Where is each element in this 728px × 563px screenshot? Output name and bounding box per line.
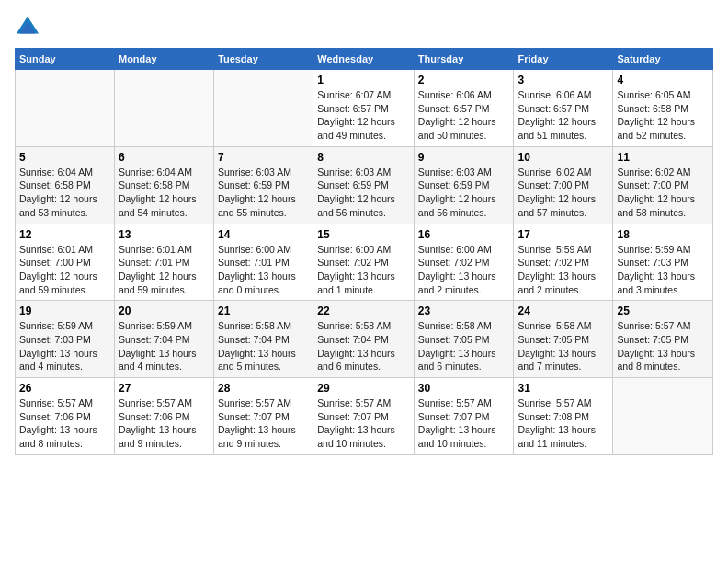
day-number: 26 xyxy=(19,382,110,395)
header-cell-tuesday: Tuesday xyxy=(214,49,313,70)
calendar-cell: 20Sunrise: 5:59 AM Sunset: 7:04 PM Dayli… xyxy=(114,301,213,378)
calendar-cell: 18Sunrise: 5:59 AM Sunset: 7:03 PM Dayli… xyxy=(613,224,713,301)
day-number: 1 xyxy=(317,74,410,86)
calendar-cell: 24Sunrise: 5:58 AM Sunset: 7:05 PM Dayli… xyxy=(514,301,613,378)
day-number: 4 xyxy=(617,74,709,86)
day-info: Sunrise: 5:58 AM Sunset: 7:05 PM Dayligh… xyxy=(418,319,510,373)
logo xyxy=(15,15,44,40)
calendar-cell: 2Sunrise: 6:06 AM Sunset: 6:57 PM Daylig… xyxy=(414,70,514,147)
week-row-4: 26Sunrise: 5:57 AM Sunset: 7:06 PM Dayli… xyxy=(16,378,713,455)
day-info: Sunrise: 6:04 AM Sunset: 6:58 PM Dayligh… xyxy=(19,166,110,220)
day-info: Sunrise: 5:57 AM Sunset: 7:07 PM Dayligh… xyxy=(418,396,510,451)
calendar-cell xyxy=(613,378,713,455)
calendar-cell: 31Sunrise: 5:57 AM Sunset: 7:08 PM Dayli… xyxy=(514,378,613,455)
calendar-cell: 27Sunrise: 5:57 AM Sunset: 7:06 PM Dayli… xyxy=(114,378,213,455)
day-number: 9 xyxy=(418,151,510,164)
day-number: 24 xyxy=(518,304,609,317)
calendar-cell: 11Sunrise: 6:02 AM Sunset: 7:00 PM Dayli… xyxy=(613,146,713,224)
day-number: 15 xyxy=(317,228,410,241)
day-info: Sunrise: 5:59 AM Sunset: 7:04 PM Dayligh… xyxy=(119,319,210,373)
calendar-body: 1Sunrise: 6:07 AM Sunset: 6:57 PM Daylig… xyxy=(16,70,713,455)
day-info: Sunrise: 6:00 AM Sunset: 7:01 PM Dayligh… xyxy=(218,243,309,297)
day-info: Sunrise: 6:07 AM Sunset: 6:57 PM Dayligh… xyxy=(317,88,410,143)
day-number: 29 xyxy=(317,382,410,395)
day-number: 18 xyxy=(617,228,709,241)
calendar-cell: 15Sunrise: 6:00 AM Sunset: 7:02 PM Dayli… xyxy=(313,224,415,301)
logo-icon xyxy=(15,15,40,40)
calendar-cell: 5Sunrise: 6:04 AM Sunset: 6:58 PM Daylig… xyxy=(16,146,115,224)
calendar-cell: 17Sunrise: 5:59 AM Sunset: 7:02 PM Dayli… xyxy=(514,224,613,301)
day-info: Sunrise: 6:03 AM Sunset: 6:59 PM Dayligh… xyxy=(418,166,510,220)
calendar-table: SundayMondayTuesdayWednesdayThursdayFrid… xyxy=(15,48,713,455)
calendar-cell: 21Sunrise: 5:58 AM Sunset: 7:04 PM Dayli… xyxy=(214,301,313,378)
day-number: 30 xyxy=(418,382,510,395)
day-number: 21 xyxy=(218,304,309,317)
day-number: 5 xyxy=(19,151,110,164)
day-info: Sunrise: 5:59 AM Sunset: 7:03 PM Dayligh… xyxy=(19,319,110,373)
calendar-cell: 22Sunrise: 5:58 AM Sunset: 7:04 PM Dayli… xyxy=(313,301,415,378)
day-info: Sunrise: 6:02 AM Sunset: 7:00 PM Dayligh… xyxy=(617,166,709,220)
day-info: Sunrise: 6:02 AM Sunset: 7:00 PM Dayligh… xyxy=(518,166,609,220)
day-number: 17 xyxy=(518,228,609,241)
calendar-cell: 14Sunrise: 6:00 AM Sunset: 7:01 PM Dayli… xyxy=(214,224,313,301)
calendar-cell: 16Sunrise: 6:00 AM Sunset: 7:02 PM Dayli… xyxy=(414,224,514,301)
day-number: 16 xyxy=(418,228,510,241)
day-number: 2 xyxy=(418,74,510,86)
day-number: 8 xyxy=(317,151,410,164)
day-info: Sunrise: 6:05 AM Sunset: 6:58 PM Dayligh… xyxy=(617,88,709,143)
calendar-cell: 30Sunrise: 5:57 AM Sunset: 7:07 PM Dayli… xyxy=(414,378,514,455)
day-info: Sunrise: 6:03 AM Sunset: 6:59 PM Dayligh… xyxy=(218,166,309,220)
calendar-cell xyxy=(16,70,115,147)
week-row-0: 1Sunrise: 6:07 AM Sunset: 6:57 PM Daylig… xyxy=(16,70,713,147)
calendar-cell: 25Sunrise: 5:57 AM Sunset: 7:05 PM Dayli… xyxy=(613,301,713,378)
day-number: 14 xyxy=(218,228,309,241)
day-number: 10 xyxy=(518,151,609,164)
page-header xyxy=(15,15,713,40)
day-info: Sunrise: 6:00 AM Sunset: 7:02 PM Dayligh… xyxy=(317,243,410,297)
calendar-cell: 12Sunrise: 6:01 AM Sunset: 7:00 PM Dayli… xyxy=(16,224,115,301)
day-info: Sunrise: 5:57 AM Sunset: 7:08 PM Dayligh… xyxy=(518,396,609,451)
day-info: Sunrise: 6:03 AM Sunset: 6:59 PM Dayligh… xyxy=(317,166,410,220)
header-cell-sunday: Sunday xyxy=(16,49,115,70)
calendar-header: SundayMondayTuesdayWednesdayThursdayFrid… xyxy=(16,49,713,70)
day-number: 6 xyxy=(119,151,210,164)
day-info: Sunrise: 5:57 AM Sunset: 7:07 PM Dayligh… xyxy=(218,396,309,451)
day-info: Sunrise: 5:58 AM Sunset: 7:04 PM Dayligh… xyxy=(317,319,410,373)
calendar-cell: 6Sunrise: 6:04 AM Sunset: 6:58 PM Daylig… xyxy=(114,146,213,224)
day-number: 31 xyxy=(518,382,609,395)
day-info: Sunrise: 6:00 AM Sunset: 7:02 PM Dayligh… xyxy=(418,243,510,297)
day-info: Sunrise: 5:59 AM Sunset: 7:02 PM Dayligh… xyxy=(518,243,609,297)
calendar-cell: 19Sunrise: 5:59 AM Sunset: 7:03 PM Dayli… xyxy=(16,301,115,378)
header-row: SundayMondayTuesdayWednesdayThursdayFrid… xyxy=(16,49,713,70)
calendar-cell xyxy=(114,70,213,147)
day-info: Sunrise: 6:06 AM Sunset: 6:57 PM Dayligh… xyxy=(418,88,510,143)
day-number: 11 xyxy=(617,151,709,164)
calendar-cell: 9Sunrise: 6:03 AM Sunset: 6:59 PM Daylig… xyxy=(414,146,514,224)
calendar-cell: 29Sunrise: 5:57 AM Sunset: 7:07 PM Dayli… xyxy=(313,378,415,455)
week-row-1: 5Sunrise: 6:04 AM Sunset: 6:58 PM Daylig… xyxy=(16,146,713,224)
day-info: Sunrise: 5:58 AM Sunset: 7:04 PM Dayligh… xyxy=(218,319,309,373)
day-info: Sunrise: 5:58 AM Sunset: 7:05 PM Dayligh… xyxy=(518,319,609,373)
header-cell-friday: Friday xyxy=(514,49,613,70)
calendar-cell: 3Sunrise: 6:06 AM Sunset: 6:57 PM Daylig… xyxy=(514,70,613,147)
calendar-cell: 28Sunrise: 5:57 AM Sunset: 7:07 PM Dayli… xyxy=(214,378,313,455)
day-number: 20 xyxy=(119,304,210,317)
calendar-cell: 7Sunrise: 6:03 AM Sunset: 6:59 PM Daylig… xyxy=(214,146,313,224)
day-number: 23 xyxy=(418,304,510,317)
day-number: 13 xyxy=(119,228,210,241)
week-row-2: 12Sunrise: 6:01 AM Sunset: 7:00 PM Dayli… xyxy=(16,224,713,301)
calendar-cell: 26Sunrise: 5:57 AM Sunset: 7:06 PM Dayli… xyxy=(16,378,115,455)
day-info: Sunrise: 5:57 AM Sunset: 7:05 PM Dayligh… xyxy=(617,319,709,373)
day-number: 19 xyxy=(19,304,110,317)
calendar-cell: 13Sunrise: 6:01 AM Sunset: 7:01 PM Dayli… xyxy=(114,224,213,301)
calendar-cell: 1Sunrise: 6:07 AM Sunset: 6:57 PM Daylig… xyxy=(313,70,415,147)
day-info: Sunrise: 5:57 AM Sunset: 7:07 PM Dayligh… xyxy=(317,396,410,451)
header-cell-saturday: Saturday xyxy=(613,49,713,70)
calendar-cell: 4Sunrise: 6:05 AM Sunset: 6:58 PM Daylig… xyxy=(613,70,713,147)
header-cell-wednesday: Wednesday xyxy=(313,49,415,70)
calendar-cell xyxy=(214,70,313,147)
calendar-cell: 23Sunrise: 5:58 AM Sunset: 7:05 PM Dayli… xyxy=(414,301,514,378)
day-info: Sunrise: 6:04 AM Sunset: 6:58 PM Dayligh… xyxy=(119,166,210,220)
day-info: Sunrise: 6:01 AM Sunset: 7:00 PM Dayligh… xyxy=(19,243,110,297)
day-info: Sunrise: 5:59 AM Sunset: 7:03 PM Dayligh… xyxy=(617,243,709,297)
